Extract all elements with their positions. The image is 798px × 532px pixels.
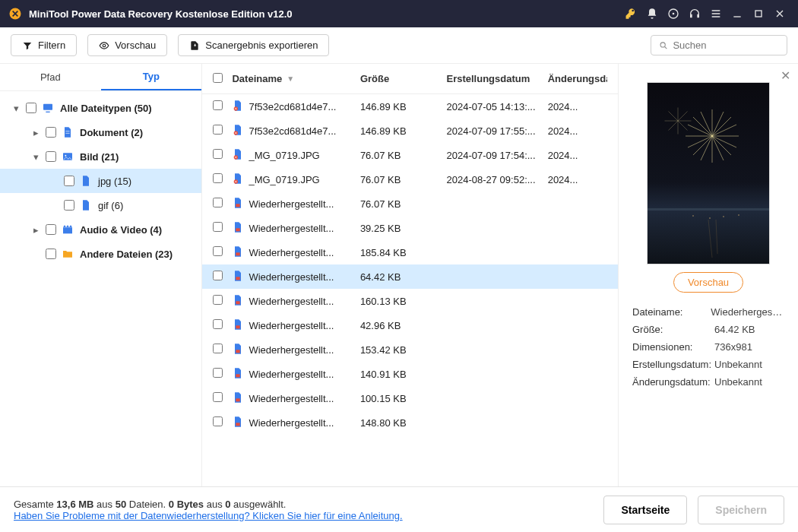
table-row[interactable]: Wiederhergestellt...185.84 KB: [202, 240, 618, 264]
tree-check-other[interactable]: [46, 249, 56, 259]
sort-desc-icon: ▼: [287, 74, 294, 83]
preview-button[interactable]: Vorschau: [87, 34, 167, 56]
tree-node-image[interactable]: ▾ Bild (21): [0, 144, 201, 169]
row-checkbox[interactable]: [213, 416, 223, 426]
col-name[interactable]: Dateiname▼: [232, 73, 359, 84]
disc-icon[interactable]: [663, 3, 684, 24]
row-checkbox[interactable]: [213, 125, 223, 135]
eye-icon: [99, 40, 109, 51]
file-icon: [232, 318, 244, 333]
svg-rect-23: [236, 374, 240, 377]
svg-rect-25: [236, 423, 240, 426]
tree-check-jpg[interactable]: [64, 176, 74, 186]
col-modified[interactable]: Änderungsdatum: [548, 73, 607, 84]
preview-label: Vorschau: [115, 40, 156, 51]
tab-path[interactable]: Pfad: [0, 64, 101, 90]
table-row[interactable]: Wiederhergestellt...153.42 KB: [202, 337, 618, 362]
tree-check-all[interactable]: [26, 103, 36, 113]
select-all-checkbox[interactable]: [213, 73, 223, 83]
minimize-icon[interactable]: [727, 3, 748, 24]
monitor-icon: [41, 101, 55, 115]
preview-open-button[interactable]: Vorschau: [673, 272, 743, 293]
table-row[interactable]: Wiederhergestellt...64.42 KB: [202, 264, 618, 289]
table-row[interactable]: Wiederhergestellt...100.15 KB: [202, 386, 618, 410]
gif-file-icon: [79, 198, 93, 212]
close-icon[interactable]: [769, 3, 790, 24]
tree-node-av[interactable]: ▸ Audio & Video (4): [0, 217, 201, 242]
tree-node-gif[interactable]: gif (6): [0, 193, 201, 217]
tree-node-jpg[interactable]: jpg (15): [0, 169, 201, 193]
search-input[interactable]: [673, 40, 779, 51]
sidebar: Pfad Typ ▾ Alle Dateitypen (50) ▸ Dokume…: [0, 64, 202, 486]
chevron-right-icon[interactable]: ▸: [30, 224, 41, 236]
svg-line-47: [669, 121, 679, 131]
help-link[interactable]: Haben Sie Probleme mit der Datenwiederhe…: [14, 510, 403, 521]
menu-icon[interactable]: [705, 3, 727, 24]
tree-check-av[interactable]: [46, 224, 56, 235]
row-checkbox[interactable]: [213, 271, 223, 280]
row-checkbox[interactable]: [213, 295, 223, 305]
row-checkbox[interactable]: [213, 198, 223, 207]
tree-node-document[interactable]: ▸ Dokument (2): [0, 120, 201, 144]
chevron-right-icon[interactable]: ▸: [30, 127, 41, 138]
tree-node-other[interactable]: Andere Dateien (23): [0, 242, 201, 266]
export-button[interactable]: Scanergebnis exportieren: [178, 34, 329, 56]
row-checkbox[interactable]: [213, 222, 223, 232]
row-checkbox[interactable]: [213, 344, 223, 353]
file-name: Wiederhergestellt...: [249, 417, 334, 429]
table-row[interactable]: Wiederhergestellt...42.96 KB: [202, 313, 618, 337]
svg-line-35: [712, 125, 736, 136]
chevron-down-icon[interactable]: ▾: [11, 103, 21, 114]
tree-label-gif: gif (6): [98, 200, 123, 211]
tree-check-document[interactable]: [46, 127, 56, 138]
svg-rect-18: [236, 252, 240, 255]
tree-label-av: Audio & Video (4): [80, 224, 162, 236]
file-name: Wiederhergestellt...: [249, 247, 334, 258]
file-name: 7f53e2cd681d4e7...: [249, 125, 336, 137]
chevron-down-icon[interactable]: ▾: [30, 151, 41, 163]
col-size[interactable]: Größe: [360, 73, 447, 84]
table-row[interactable]: _MG_0719.JPG76.07 KB2024-07-09 17:54:...…: [202, 143, 618, 167]
tree-check-gif[interactable]: [64, 200, 74, 211]
home-button[interactable]: Startseite: [603, 496, 687, 524]
file-icon: [232, 391, 244, 406]
meta-dimensions-label: Dimensionen:: [632, 341, 714, 353]
tree-label-image: Bild (21): [80, 151, 119, 163]
col-created[interactable]: Erstellungsdatum: [446, 73, 547, 84]
row-checkbox[interactable]: [213, 149, 223, 159]
table-row[interactable]: Wiederhergestellt...148.80 KB: [202, 410, 618, 435]
row-checkbox[interactable]: [213, 392, 223, 402]
sidebar-tabs: Pfad Typ: [0, 64, 201, 91]
maximize-icon[interactable]: [748, 3, 769, 24]
row-checkbox[interactable]: [213, 100, 223, 110]
file-size: 76.07 KB: [360, 150, 447, 161]
table-row[interactable]: Wiederhergestellt...76.07 KB: [202, 192, 618, 216]
tree-label-all: Alle Dateitypen (50): [60, 103, 152, 114]
save-button[interactable]: Speichern: [698, 496, 784, 524]
filter-button[interactable]: Filtern: [11, 34, 77, 56]
row-checkbox[interactable]: [213, 246, 223, 256]
svg-rect-17: [236, 228, 240, 231]
filter-label: Filtern: [38, 40, 65, 51]
totals-text: Gesamte 13,6 MB aus 50 Dateien. 0 Bytes …: [14, 499, 403, 510]
table-row[interactable]: Wiederhergestellt...39.25 KB: [202, 216, 618, 240]
bell-icon[interactable]: [641, 3, 663, 24]
tab-type[interactable]: Typ: [101, 64, 202, 90]
key-icon[interactable]: [620, 3, 641, 24]
row-checkbox[interactable]: [213, 173, 223, 183]
table-row[interactable]: Wiederhergestellt...160.13 KB: [202, 289, 618, 313]
table-row[interactable]: _MG_0719.JPG76.07 KB2024-08-27 09:52:...…: [202, 167, 618, 192]
tree-node-all[interactable]: ▾ Alle Dateitypen (50): [0, 96, 201, 120]
row-checkbox[interactable]: [213, 319, 223, 329]
svg-rect-21: [236, 325, 240, 328]
headphones-icon[interactable]: [684, 3, 705, 24]
search-box[interactable]: [651, 35, 787, 55]
meta-size-value: 64.42 KB: [714, 324, 755, 335]
tree-check-image[interactable]: [46, 151, 56, 162]
table-row[interactable]: 7f53e2cd681d4e7...146.89 KB2024-07-09 17…: [202, 119, 618, 143]
row-checkbox[interactable]: [213, 368, 223, 378]
close-preview-icon[interactable]: ✕: [781, 68, 790, 83]
tree-label-document: Dokument (2): [80, 127, 143, 138]
table-row[interactable]: Wiederhergestellt...140.91 KB: [202, 362, 618, 386]
table-row[interactable]: 7f53e2cd681d4e7...146.89 KB2024-07-05 14…: [202, 94, 618, 119]
